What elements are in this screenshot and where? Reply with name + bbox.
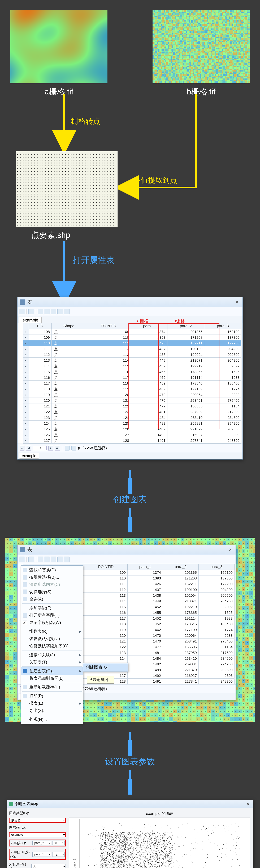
- mi-related[interactable]: 关联表(T)▶: [21, 658, 83, 666]
- mi-print[interactable]: 打印(P)...: [21, 692, 83, 700]
- table-row[interactable]: ▸127点1281491227841248300: [23, 438, 242, 443]
- tb2-7[interactable]: [64, 557, 70, 562]
- column-header[interactable]: para_3: [205, 323, 242, 329]
- mi-alias[interactable]: ✔显示字段别名(W): [21, 619, 83, 626]
- tb2-6[interactable]: [58, 557, 63, 562]
- mi-openall[interactable]: 打开所有字段(T): [21, 612, 83, 619]
- mi-switch[interactable]: 切换选择(S): [21, 588, 83, 595]
- mi-sort[interactable]: 排列表(R)▶: [21, 628, 83, 635]
- table2-options-button[interactable]: [19, 557, 25, 562]
- mi-appear[interactable]: 外观(N)...: [21, 716, 83, 723]
- table-row[interactable]: ▸116点11714521911141933: [23, 375, 242, 380]
- column-header[interactable]: para_1: [131, 323, 167, 329]
- tb-btn-4[interactable]: [44, 309, 50, 314]
- table-row[interactable]: ▸119点12014702200642233: [23, 392, 242, 398]
- wizard-title-text: 创建图表向导: [15, 801, 38, 807]
- table-row[interactable]: ▸110点1111426162211172200: [23, 340, 242, 346]
- tb-btn-6[interactable]: [58, 309, 63, 314]
- wizard-titlebar[interactable]: 创建图表向导 ✕: [7, 800, 253, 808]
- mi-find[interactable]: 查找和替换(D)...: [21, 566, 83, 574]
- y-axis-title: para_2: [73, 859, 76, 868]
- wizard-close-button[interactable]: ✕: [245, 801, 251, 807]
- submenu-create-chart[interactable]: 创建图表(G): [83, 663, 128, 671]
- mi-selall[interactable]: 全选(A): [21, 595, 83, 603]
- xfield-select[interactable]: para_1: [32, 852, 51, 857]
- print-icon: [23, 694, 27, 698]
- mi-resetwidth[interactable]: 恢复默认列宽(U): [21, 635, 83, 642]
- tb2-3[interactable]: [38, 557, 43, 562]
- tb-btn-7[interactable]: [64, 309, 70, 314]
- column-header[interactable]: POINTID: [86, 323, 131, 329]
- tb-btn-3[interactable]: [38, 309, 43, 314]
- nav-sel-toggle-2[interactable]: [71, 446, 76, 451]
- mi-join[interactable]: 连接和关联(J)▶: [21, 651, 83, 658]
- table-row[interactable]: ▸123点1241484263410234500: [23, 415, 242, 421]
- reload-icon: [23, 685, 27, 689]
- tb-btn-2[interactable]: [29, 309, 34, 314]
- table-row[interactable]: ▸112点1131438192094209600: [23, 352, 242, 358]
- point-grid-label: 点要素.shp: [31, 230, 260, 241]
- table-row[interactable]: ▸126点12714922169272303: [23, 432, 242, 438]
- nav-sel-toggle-1[interactable]: [65, 446, 70, 451]
- mi-chart[interactable]: 创建图表(G)...▶: [21, 667, 83, 675]
- table-row[interactable]: ▸109点1101393171208137300: [23, 335, 242, 340]
- context-menu: 查找和替换(D)... 按属性选择(B)... 清除所选内容(C) 切换选择(S…: [21, 565, 83, 724]
- table-row[interactable]: ▸111点1121437190100204200: [23, 346, 242, 352]
- table-row[interactable]: ▸114点11514521922192092: [23, 363, 242, 369]
- raster-a-label: a栅格.tif: [10, 87, 108, 97]
- column-header[interactable]: para_3: [199, 564, 234, 570]
- nav-prev[interactable]: ◀: [26, 446, 31, 451]
- close-button[interactable]: ✕: [234, 299, 240, 305]
- tb2-4[interactable]: [44, 557, 50, 562]
- column-header[interactable]: para_2: [163, 564, 199, 570]
- layer-select[interactable]: example: [9, 832, 66, 837]
- mi-resetorder[interactable]: 恢复默认字段顺序(O): [21, 642, 83, 650]
- yfield-select[interactable]: para_2: [32, 841, 51, 845]
- table-row[interactable]: ▸113点1141449213071204200: [23, 358, 242, 363]
- a-col-label: a栅格: [137, 318, 149, 324]
- table-row[interactable]: ▸122点1231481237959217500: [23, 409, 242, 415]
- mi-report[interactable]: 报表(E)▶: [21, 700, 83, 707]
- point-grid-image: [15, 151, 118, 227]
- xexcl-select[interactable]: 无: [52, 852, 65, 857]
- arrow-multi-extract-label: 多值提取到点: [134, 175, 177, 185]
- nav-last[interactable]: ⏭: [55, 446, 60, 451]
- tb2-5[interactable]: [51, 557, 56, 562]
- table-options-button[interactable]: [19, 309, 25, 314]
- table-row[interactable]: ▸118点11914621771091774: [23, 386, 242, 392]
- mi-clearsel: 清除所选内容(C): [21, 581, 83, 588]
- bottom-tab[interactable]: example: [19, 453, 39, 459]
- switch-icon: [23, 590, 27, 594]
- tb2-2[interactable]: [29, 557, 34, 562]
- tab-example[interactable]: example: [19, 317, 42, 323]
- table-row[interactable]: ▸117点1181452173546186400: [23, 380, 242, 386]
- mi-addlayout[interactable]: 将表添加到布局(L): [21, 675, 83, 682]
- wizard-icon: [9, 802, 13, 806]
- column-header[interactable]: para_2: [167, 323, 205, 329]
- mi-reload[interactable]: 重新加载缓存(H): [21, 683, 83, 691]
- table-row[interactable]: ▸124点1251482269881294200: [23, 421, 242, 426]
- xlabel-select[interactable]: 无: [31, 864, 66, 868]
- column-header[interactable]: FID: [29, 323, 52, 329]
- tb-btn-5[interactable]: [51, 309, 56, 314]
- close-button-2[interactable]: ✕: [227, 547, 233, 553]
- table-row[interactable]: ▸121点12214771565051134: [23, 403, 242, 409]
- table-row[interactable]: ▸108点1091374201365162100: [23, 329, 242, 335]
- column-header[interactable]: POINTID: [84, 564, 127, 570]
- nav-next[interactable]: ▶: [48, 446, 53, 451]
- graph-type-select[interactable]: 散点图: [9, 818, 66, 823]
- table-row[interactable]: ▸125点1261489221879209600: [23, 426, 242, 432]
- column-header[interactable]: para_1: [127, 564, 163, 570]
- column-header[interactable]: Shape: [52, 323, 86, 329]
- nav-row-input[interactable]: [33, 446, 47, 450]
- mi-byattr[interactable]: 按属性选择(B)...: [21, 574, 83, 581]
- mi-addfield[interactable]: 添加字段(F)...: [21, 604, 83, 612]
- table-row[interactable]: ▸115点11614551733651525: [23, 369, 242, 375]
- window2-titlebar[interactable]: 表 ✕: [17, 545, 235, 555]
- yexcl-select[interactable]: 无: [52, 841, 65, 845]
- mi-export[interactable]: 导出(X)...: [21, 707, 83, 714]
- nav-first[interactable]: ⏮: [20, 446, 25, 451]
- window-titlebar[interactable]: 表 ✕: [17, 297, 243, 307]
- tooltip-create-chart: 从表创建图。: [87, 676, 114, 684]
- table-row[interactable]: ▸120点1211470263491276400: [23, 398, 242, 403]
